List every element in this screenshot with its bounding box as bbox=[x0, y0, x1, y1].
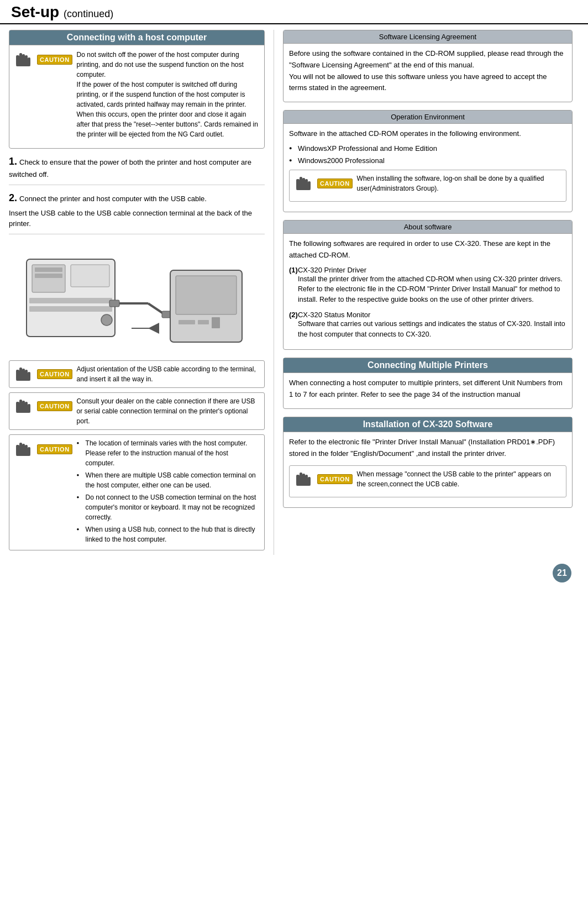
about-software-header: About software bbox=[284, 221, 572, 234]
installation-caution-box: CAUTION When message "connect the USB ca… bbox=[289, 465, 566, 497]
installation-caution-icon: CAUTION bbox=[295, 469, 353, 489]
caution-badge-2: CAUTION bbox=[37, 369, 72, 379]
operation-env-bullets: WindowsXP Professional and Home Edition … bbox=[289, 143, 566, 166]
caution-4-bullet-4: When using a USB hub, connect to the hub… bbox=[77, 524, 259, 544]
about-software-item-2: (2)CX-320 Status Monitor Software that c… bbox=[289, 311, 566, 340]
operation-env-intro: Software in the attached CD-ROM operates… bbox=[289, 128, 566, 140]
about-software-section: About software The following softwares a… bbox=[283, 220, 573, 350]
page-title-small: (continued) bbox=[64, 8, 113, 20]
item-2-text: Software that carries out various settin… bbox=[298, 319, 566, 340]
op-env-bullet-1: WindowsXP Professional and Home Edition bbox=[289, 143, 566, 154]
caution-icon-3: CAUTION bbox=[15, 396, 72, 416]
svg-rect-53 bbox=[308, 477, 311, 485]
right-column: Software Licensing Agreement Before usin… bbox=[274, 30, 573, 555]
svg-rect-29 bbox=[28, 372, 30, 380]
about-software-content: The following softwares are required in … bbox=[284, 234, 572, 349]
caution-4-bullets: The location of terminals varies with th… bbox=[77, 438, 259, 547]
caution-badge-1: CAUTION bbox=[37, 55, 72, 65]
step-2-block: 2.Connect the printer and host computer … bbox=[9, 191, 265, 234]
connecting-host-header: Connecting with a host computer bbox=[9, 30, 264, 45]
svg-rect-3 bbox=[25, 55, 28, 65]
step-1-block: 1.Check to ensure that the power of both… bbox=[9, 154, 265, 185]
svg-rect-37 bbox=[16, 445, 19, 455]
usb-diagram bbox=[9, 240, 265, 356]
caution-4-bullet-1: The location of terminals varies with th… bbox=[77, 438, 259, 468]
connecting-multiple-text: When connecting a host computer to multi… bbox=[289, 377, 566, 401]
operation-env-content: Software in the attached CD-ROM operates… bbox=[284, 124, 572, 212]
step-1-num: 1. bbox=[9, 156, 17, 167]
svg-rect-28 bbox=[25, 370, 28, 380]
step-2-text: 2.Connect the printer and host computer … bbox=[9, 191, 265, 206]
svg-rect-48 bbox=[296, 188, 311, 190]
item-1-title: CX-320 Printer Driver bbox=[298, 266, 366, 274]
step-2-subtext: Insert the USB cable to the USB cable co… bbox=[9, 208, 265, 229]
op-env-caution-icon: CAUTION bbox=[295, 174, 353, 193]
svg-rect-31 bbox=[16, 402, 19, 412]
svg-rect-26 bbox=[19, 368, 22, 380]
svg-rect-30 bbox=[16, 379, 30, 381]
operation-env-header: Operation Environment bbox=[284, 111, 572, 124]
connecting-multiple-section: Connecting Multiple Printers When connec… bbox=[283, 358, 573, 409]
caution-block-1: CAUTION Do not switch off the power of t… bbox=[15, 50, 259, 139]
svg-rect-40 bbox=[25, 445, 28, 455]
page-footer: 21 bbox=[0, 560, 588, 594]
item-2-num: (2) bbox=[289, 311, 298, 319]
installation-header: Installation of CX-320 Software bbox=[284, 417, 572, 432]
page-title-large: Set-up bbox=[11, 3, 59, 21]
svg-rect-41 bbox=[28, 447, 30, 455]
op-env-caution-box: CAUTION When installing the software, lo… bbox=[289, 170, 566, 202]
step-1-text: 1.Check to ensure that the power of both… bbox=[9, 154, 265, 180]
page-header: Set-up (continued) bbox=[0, 0, 588, 24]
connecting-host-section: Connecting with a host computer CAU bbox=[9, 30, 265, 149]
svg-rect-35 bbox=[28, 404, 30, 412]
svg-rect-1 bbox=[19, 53, 22, 65]
caution-icon-1: CAUTION bbox=[15, 50, 72, 70]
svg-rect-47 bbox=[308, 181, 311, 189]
svg-rect-5 bbox=[16, 64, 30, 66]
operation-env-section: Operation Environment Software in the at… bbox=[283, 110, 573, 212]
usb-diagram-svg bbox=[21, 243, 253, 353]
software-license-header: Software Licensing Agreement bbox=[284, 30, 572, 44]
svg-rect-12 bbox=[29, 306, 112, 312]
caution-4-bullet-3: Do not connect to the USB comection term… bbox=[77, 492, 259, 522]
svg-rect-9 bbox=[35, 274, 62, 278]
hand-icon-4 bbox=[15, 439, 35, 459]
step-2-num: 2. bbox=[9, 192, 17, 203]
svg-rect-33 bbox=[22, 401, 25, 412]
caution-block-2: CAUTION Adjust orientation of the USB ca… bbox=[9, 360, 265, 388]
svg-rect-52 bbox=[305, 475, 308, 485]
connecting-host-content: CAUTION Do not switch off the power of t… bbox=[9, 45, 264, 148]
installation-caution-badge: CAUTION bbox=[317, 474, 353, 484]
svg-point-13 bbox=[101, 314, 112, 326]
svg-rect-27 bbox=[22, 369, 25, 380]
caution-icon-4: CAUTION bbox=[15, 439, 72, 459]
caution-icon-2: CAUTION bbox=[15, 364, 72, 384]
svg-rect-25 bbox=[16, 370, 19, 380]
svg-rect-49 bbox=[296, 475, 300, 485]
caution-text-3: Consult your dealer on the cable connect… bbox=[77, 396, 259, 426]
svg-rect-10 bbox=[71, 265, 109, 287]
svg-rect-50 bbox=[300, 473, 302, 485]
software-license-content: Before using the software contained in t… bbox=[284, 44, 572, 102]
op-env-caution-text: When installing the software, log-on sha… bbox=[357, 174, 560, 193]
about-software-intro: The following softwares are required in … bbox=[289, 238, 566, 261]
left-column: Connecting with a host computer CAU bbox=[9, 30, 274, 555]
svg-rect-16 bbox=[109, 300, 119, 307]
item-1-text: Install the printer driver from the atta… bbox=[298, 274, 566, 305]
svg-rect-0 bbox=[16, 55, 19, 65]
connecting-multiple-header: Connecting Multiple Printers bbox=[284, 358, 572, 373]
svg-rect-20 bbox=[179, 320, 195, 324]
svg-rect-38 bbox=[19, 443, 22, 455]
svg-rect-39 bbox=[22, 444, 25, 455]
svg-rect-36 bbox=[16, 411, 30, 413]
hand-icon-6 bbox=[295, 469, 315, 489]
svg-rect-45 bbox=[302, 178, 305, 189]
caution-block-3: CAUTION Consult your dealer on the cable… bbox=[9, 392, 265, 430]
svg-rect-32 bbox=[19, 400, 22, 412]
caution-badge-4: CAUTION bbox=[37, 444, 72, 454]
connecting-multiple-content: When connecting a host computer to multi… bbox=[284, 373, 572, 408]
svg-rect-43 bbox=[296, 179, 300, 189]
svg-rect-54 bbox=[296, 484, 311, 486]
svg-rect-21 bbox=[198, 320, 209, 324]
software-license-text: Before using the software contained in t… bbox=[289, 48, 566, 94]
